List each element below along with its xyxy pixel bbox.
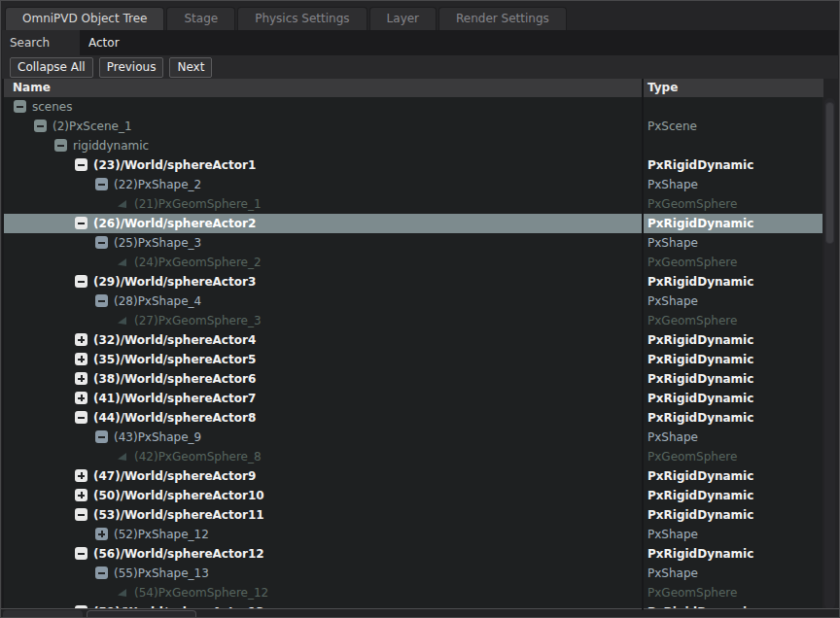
tree-cell-name: (53)/World/sphereActor11 [4, 505, 642, 525]
collapse-icon[interactable] [75, 275, 88, 288]
tree-item-label: (54)PxGeomSphere_12 [4, 586, 268, 600]
tree-item-type: PxShape [644, 564, 822, 583]
tree-cell-name: (22)PxShape_2 [4, 175, 642, 194]
tree-item-label: (56)/World/sphereActor12 [4, 547, 264, 561]
tree-row[interactable]: (32)/World/sphereActor4PxRigidDynamic [4, 330, 822, 350]
tree-row[interactable]: (28)PxShape_4PxShape [4, 292, 822, 311]
tree-row[interactable]: (43)PxShape_9PxShape [4, 428, 822, 447]
tree-row[interactable]: (27)PxGeomSphere_3PxGeomSphere [4, 311, 822, 330]
tree-row[interactable]: (50)/World/sphereActor10PxRigidDynamic [4, 486, 822, 505]
tab-stage[interactable]: Stage [166, 7, 235, 30]
collapse-icon[interactable] [75, 508, 88, 521]
collapse-all-button[interactable]: Collapse All [10, 57, 93, 78]
tree-item-label: (23)/World/sphereActor1 [4, 158, 256, 172]
expand-icon[interactable] [75, 353, 88, 365]
tree-cell-name: (2)PxScene_1 [4, 117, 642, 136]
tree-cell-name: (52)PxShape_12 [4, 525, 642, 544]
tree-item-type: PxRigidDynamic [644, 214, 822, 233]
tree-row[interactable]: (44)/World/sphereActor8PxRigidDynamic [4, 408, 822, 428]
tree-item-label: (44)/World/sphereActor8 [4, 411, 256, 425]
collapse-icon[interactable] [34, 120, 47, 132]
next-button[interactable]: Next [169, 57, 212, 78]
tree-row[interactable]: (42)PxGeomSphere_8PxGeomSphere [4, 447, 822, 466]
tree-cell-name: (32)/World/sphereActor4 [4, 330, 642, 350]
tab-layer[interactable]: Layer [369, 7, 437, 30]
tree-item-type: PxGeomSphere [644, 311, 822, 330]
expand-icon[interactable] [75, 489, 88, 501]
tab-render-settings[interactable]: Render Settings [438, 7, 567, 30]
tree-cell-name: (28)PxShape_4 [4, 292, 642, 311]
tree-item-type: PxGeomSphere [644, 447, 822, 466]
tree-row[interactable]: (54)PxGeomSphere_12PxGeomSphere [4, 583, 822, 602]
tree-item-label: (47)/World/sphereActor9 [4, 469, 256, 483]
tree-row[interactable]: (47)/World/sphereActor9PxRigidDynamic [4, 466, 822, 486]
tree-row[interactable]: (26)/World/sphereActor2PxRigidDynamic [4, 214, 822, 233]
collapse-icon[interactable] [95, 294, 108, 307]
tree-cell-name: (43)PxShape_9 [4, 428, 642, 447]
tree-item-label: (26)/World/sphereActor2 [4, 217, 256, 230]
collapse-icon[interactable] [75, 158, 88, 171]
collapse-icon[interactable] [75, 411, 88, 424]
tree-cell-name: (24)PxGeomSphere_2 [4, 253, 642, 272]
tree-row[interactable]: (23)/World/sphereActor1PxRigidDynamic [4, 155, 822, 175]
search-input[interactable] [80, 30, 838, 55]
tree-cell-name: (35)/World/sphereActor5 [4, 350, 642, 369]
column-header-name[interactable]: Name [4, 79, 642, 97]
tab-omnipvd-object-tree[interactable]: OmniPVD Object Tree [5, 7, 164, 30]
tree-cell-name: (50)/World/sphereActor10 [4, 486, 642, 505]
tree-row[interactable]: (55)PxShape_13PxShape [4, 564, 822, 583]
tab-physics-settings[interactable]: Physics Settings [237, 7, 367, 30]
tree-item-label: (2)PxScene_1 [4, 120, 132, 133]
collapse-icon[interactable] [95, 566, 108, 579]
tree-item-type: PxShape [644, 292, 822, 311]
bottom-dock-tab[interactable] [3, 610, 83, 617]
tree-item-label: (21)PxGeomSphere_1 [4, 197, 262, 211]
bottom-dock-tab[interactable] [87, 610, 196, 617]
column-divider-line[interactable] [642, 79, 644, 610]
tree-row[interactable]: (41)/World/sphereActor7PxRigidDynamic [4, 389, 822, 408]
tree-item-type: PxScene [644, 117, 822, 136]
tree-row[interactable]: (21)PxGeomSphere_1PxGeomSphere [4, 194, 822, 214]
tree-row[interactable]: (22)PxShape_2PxShape [4, 175, 822, 194]
tree-row[interactable]: (24)PxGeomSphere_2PxGeomSphere [4, 253, 822, 272]
collapse-icon[interactable] [75, 217, 88, 229]
collapse-icon[interactable] [95, 430, 108, 443]
tree-item-type: PxRigidDynamic [644, 544, 822, 564]
tree-row[interactable]: (2)PxScene_1PxScene [4, 117, 822, 136]
collapse-icon[interactable] [95, 236, 108, 249]
tree-item-type: PxRigidDynamic [644, 486, 822, 505]
tree-row[interactable]: (25)PxShape_3PxShape [4, 233, 822, 253]
tree-row[interactable]: (29)/World/sphereActor3PxRigidDynamic [4, 272, 822, 292]
tree-item-label: (24)PxGeomSphere_2 [4, 256, 262, 269]
expand-icon[interactable] [95, 528, 108, 540]
tree-row[interactable]: (52)PxShape_12PxShape [4, 525, 822, 544]
tree-cell-name: (44)/World/sphereActor8 [4, 408, 642, 428]
collapse-icon[interactable] [75, 547, 88, 560]
expand-icon[interactable] [75, 372, 88, 385]
expand-icon[interactable] [75, 469, 88, 482]
tree-row[interactable]: (35)/World/sphereActor5PxRigidDynamic [4, 350, 822, 369]
omnipvd-window: OmniPVD Object TreeStagePhysics Settings… [0, 0, 840, 618]
tree-item-type: PxRigidDynamic [644, 466, 822, 486]
tree-item-type [644, 97, 822, 117]
tree-item-type: PxRigidDynamic [644, 408, 822, 428]
tree-item-label: (53)/World/sphereActor11 [4, 508, 264, 522]
scrollbar-thumb[interactable] [825, 102, 834, 244]
tree-item-type: PxGeomSphere [644, 253, 822, 272]
column-header-type[interactable]: Type [644, 79, 823, 97]
tree-row[interactable]: (56)/World/sphereActor12PxRigidDynamic [4, 544, 822, 564]
tree-row[interactable]: rigiddynamic [4, 136, 822, 155]
tree-item-type: PxGeomSphere [644, 583, 822, 602]
tree-row[interactable]: (53)/World/sphereActor11PxRigidDynamic [4, 505, 822, 525]
tree-rows: scenes(2)PxScene_1PxScenerigiddynamic(23… [4, 97, 822, 610]
collapse-icon[interactable] [95, 178, 108, 190]
previous-button[interactable]: Previous [99, 57, 164, 78]
collapse-icon[interactable] [54, 139, 67, 152]
tree-cell-name: rigiddynamic [4, 136, 642, 155]
tree-row[interactable]: (38)/World/sphereActor6PxRigidDynamic [4, 369, 822, 389]
expand-icon[interactable] [75, 333, 88, 346]
collapse-icon[interactable] [14, 100, 26, 113]
expand-icon[interactable] [75, 392, 88, 404]
tree-item-label: (50)/World/sphereActor10 [4, 489, 264, 502]
tree-row[interactable]: scenes [4, 97, 822, 117]
